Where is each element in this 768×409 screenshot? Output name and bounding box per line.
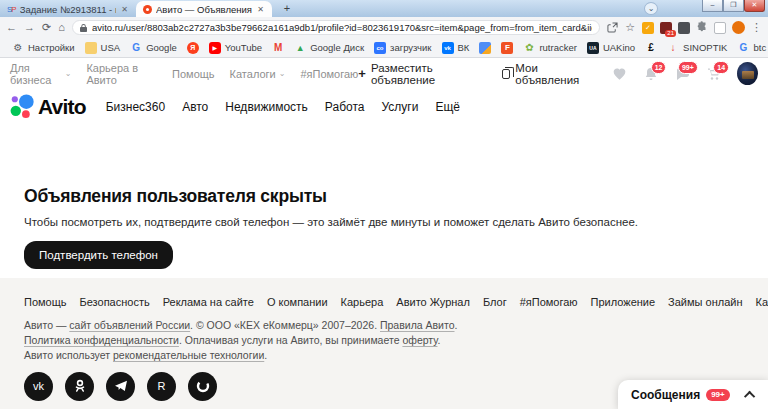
chevron-down-icon[interactable]: ⌄	[644, 2, 658, 15]
messages-chat-icon[interactable]: 99+	[674, 65, 690, 83]
topbar-actions: +Разместить объявление Мои объявления 12…	[358, 62, 758, 86]
shield-extension-icon[interactable]: ✓	[642, 22, 654, 34]
footer-link-app[interactable]: Приложение	[591, 296, 656, 308]
reload-icon[interactable]: ⟳	[42, 22, 51, 33]
legal-text: .	[455, 319, 458, 331]
vk-social-icon[interactable]: vk	[24, 372, 53, 401]
bookmark-settings[interactable]: ⚙Настройки	[7, 42, 80, 54]
footer-link-journal[interactable]: Авито Журнал	[396, 296, 470, 308]
forward-icon[interactable]: →	[24, 22, 35, 33]
footer-link-sitemap[interactable]: Карта сайта	[756, 296, 768, 308]
legal-link-privacy[interactable]: Политика конфиденциальности	[24, 334, 179, 346]
youtube-icon: ▶	[209, 42, 221, 54]
new-tab-button[interactable]: +	[276, 2, 298, 16]
footer-link-blog[interactable]: Блог	[483, 296, 507, 308]
bookmark-label: USA	[101, 42, 121, 53]
bookmark-yandex[interactable]: Я	[182, 42, 204, 54]
bookmark-youtube[interactable]: ▶YouTube	[204, 42, 267, 54]
odnoklassniki-icon[interactable]	[65, 372, 94, 401]
confirm-phone-button[interactable]: Подтвердить телефон	[24, 241, 173, 269]
bookmark-misc-blue[interactable]	[474, 42, 496, 54]
cart-icon[interactable]: 14	[706, 65, 722, 83]
bookmark-star-icon[interactable]: ☆	[625, 22, 635, 33]
footer-link-about[interactable]: О компании	[267, 296, 328, 308]
topbar-career[interactable]: Карьера в Авито	[86, 62, 157, 86]
home-icon[interactable]: ⌂	[58, 22, 65, 33]
downloader-icon: co	[374, 42, 386, 54]
footer-link-ads[interactable]: Реклама на сайте	[163, 296, 254, 308]
bookmark-google-drive[interactable]: ▲Google Диск	[289, 42, 369, 54]
topbar-link-label: Помощь	[172, 68, 215, 80]
frame-extension-icon[interactable]	[714, 22, 726, 34]
tab-strip: SP Задание №2913811 - просмотр ✕ Авито —…	[0, 0, 768, 17]
close-window-button[interactable]: ✕	[744, 0, 765, 12]
legal-text: .	[437, 334, 440, 346]
my-ads-button[interactable]: Мои объявления	[502, 62, 596, 86]
vk-glyph: vk	[33, 380, 44, 392]
post-ad-button[interactable]: +Разместить объявление	[358, 62, 487, 86]
footer-link-career[interactable]: Карьера	[341, 296, 384, 308]
rutube-icon[interactable]: R	[147, 372, 176, 401]
bookmark-uakino[interactable]: UAUAKino	[582, 42, 640, 54]
bookmark-label: Настройки	[28, 42, 75, 53]
footer-link-safety[interactable]: Безопасность	[80, 296, 150, 308]
bookmark-downloader[interactable]: coзагрузчик	[369, 42, 436, 54]
google-icon: G	[130, 42, 142, 54]
legal-link-rules[interactable]: Правила Авито	[380, 319, 455, 331]
topbar-ihelp[interactable]: #яПомогаю	[300, 68, 358, 80]
restore-button[interactable]: ❐	[723, 0, 744, 12]
messages-widget[interactable]: Сообщения 99+	[618, 380, 768, 409]
browser-menu-icon[interactable]: ⋮	[751, 22, 762, 33]
bookmark-label: YouTube	[225, 42, 262, 53]
vpn-extension-icon[interactable]: 21	[660, 22, 672, 34]
browser-tab-inactive[interactable]: SP Задание №2913811 - просмотр ✕	[0, 1, 136, 17]
bookmark-sinoptik[interactable]: ↓SINOPTIK	[662, 42, 732, 54]
nav-jobs[interactable]: Работа	[325, 100, 365, 114]
footer-link-ihelp[interactable]: #яПомогаю	[520, 296, 578, 308]
nav-auto[interactable]: Авто	[182, 100, 208, 114]
topbar-catalogs[interactable]: Каталоги⌄	[230, 68, 286, 80]
bookmark-f[interactable]: F	[496, 42, 518, 54]
legal-link-offer[interactable]: оферту	[402, 334, 437, 346]
url-bar[interactable]: avito.ru/user/8803ab2c2727a3b3be79662a16…	[72, 20, 600, 35]
bookmark-gmail[interactable]: M	[267, 42, 289, 54]
topbar-link-label: Для бизнеса	[10, 62, 62, 86]
bookmark-btc-to-usd[interactable]: Gbtc to usd	[732, 42, 768, 54]
nav-realty[interactable]: Недвижимость	[225, 100, 308, 114]
puzzle-icon[interactable]	[696, 19, 708, 37]
close-tab-icon[interactable]: ✕	[256, 5, 265, 14]
close-tab-icon[interactable]: ✕	[120, 5, 129, 14]
favorites-heart-icon[interactable]	[611, 65, 628, 83]
legal-link-recsys[interactable]: рекомендательные технологии	[113, 349, 264, 361]
nav-services[interactable]: Услуги	[381, 100, 418, 114]
topbar-help[interactable]: Помощь	[172, 68, 215, 80]
bookmark-currency[interactable]: £	[640, 42, 662, 54]
dzen-icon[interactable]	[188, 372, 217, 401]
notifications-bell-icon[interactable]: 12	[643, 65, 659, 83]
topbar-for-business[interactable]: Для бизнеса⌄	[10, 62, 71, 86]
dark-extension-icon[interactable]	[678, 22, 690, 34]
thermometer-icon: ↓	[667, 42, 679, 54]
footer-link-help[interactable]: Помощь	[24, 296, 67, 308]
nav-business360[interactable]: Бизнес360	[106, 100, 165, 114]
yandex-icon: Я	[187, 42, 199, 54]
footer-link-loans[interactable]: Займы онлайн	[668, 296, 742, 308]
plus-icon: +	[358, 66, 366, 81]
bookmark-rutracker[interactable]: ✿rutracker	[518, 42, 581, 54]
chevron-up-icon[interactable]	[744, 390, 755, 401]
browser-tab-active[interactable]: Авито — Объявления на сайте ✕	[136, 1, 272, 17]
user-avatar[interactable]	[737, 62, 758, 85]
telegram-icon[interactable]	[106, 372, 135, 401]
bookmark-usa-folder[interactable]: USA	[80, 42, 126, 54]
minimize-button[interactable]: –	[702, 0, 723, 12]
nav-more[interactable]: Ещё	[435, 100, 460, 114]
browser-profile-avatar[interactable]	[732, 21, 745, 34]
messages-badge: 99+	[678, 61, 698, 74]
back-icon[interactable]: ←	[6, 22, 17, 33]
bookmark-vk[interactable]: vkВК	[437, 42, 475, 54]
legal-link-site[interactable]: сайт объявлений России	[69, 319, 190, 331]
bookmark-google[interactable]: GGoogle	[125, 42, 182, 54]
avito-logo[interactable]: Avito	[10, 94, 86, 119]
bookmarks-bar: ⚙Настройки USA GGoogle Я ▶YouTube M ▲Goo…	[0, 38, 768, 58]
share-icon[interactable]	[607, 19, 618, 37]
